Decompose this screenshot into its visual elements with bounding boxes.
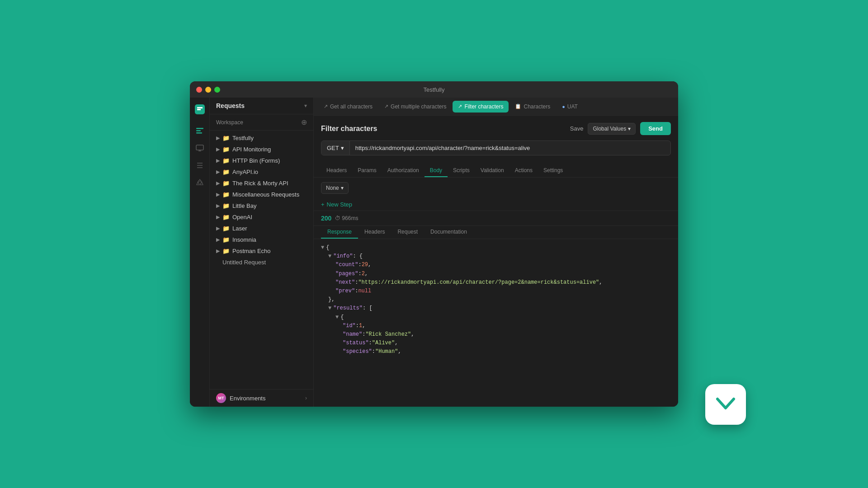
response-area: 200 ⏱ 966ms Response Headers Request Doc…	[314, 211, 678, 407]
none-label: None	[326, 185, 339, 191]
sub-tab-settings[interactable]: Settings	[538, 164, 568, 177]
chevron-down-icon: ▾	[341, 145, 344, 151]
request-title: Filter characters	[321, 125, 377, 133]
sidebar-item-label: Little Bay	[232, 202, 307, 209]
sidebar-item-misc[interactable]: ▶ 📁 Miscellaneous Reequests	[210, 189, 313, 200]
sidebar-item-anyapi[interactable]: ▶ 📁 AnyAPI.io	[210, 166, 313, 178]
sub-tab-actions[interactable]: Actions	[509, 164, 538, 177]
tab-icon: ↗	[458, 103, 462, 109]
folder-icon: 📁	[222, 214, 230, 221]
response-tab-documentation[interactable]: Documentation	[424, 226, 473, 239]
sidebar-item-label: OpenAI	[232, 214, 307, 221]
sidebar-item-label: Postman Echo	[232, 248, 307, 254]
chevron-down-icon[interactable]: ▾	[304, 103, 307, 109]
sidebar-item-laser[interactable]: ▶ 📁 Laser	[210, 223, 313, 234]
plus-icon: +	[321, 201, 325, 208]
workspace-row: Workspace ⊕	[210, 114, 313, 131]
logo-icon[interactable]	[193, 102, 207, 117]
sidebar-item-postman-echo[interactable]: ▶ 📁 Postman Echo	[210, 245, 313, 257]
sidebar-item-insomnia[interactable]: ▶ 📁 Insomnia	[210, 234, 313, 245]
chevron-right-icon: ▶	[216, 192, 220, 197]
sidebar-item-little-bay[interactable]: ▶ 📁 Little Bay	[210, 200, 313, 211]
chevron-right-icon: ▶	[216, 180, 220, 186]
collapse-icon[interactable]: ▼	[321, 244, 324, 252]
folder-icon: 📁	[222, 169, 230, 175]
response-tab-request[interactable]: Request	[391, 226, 424, 239]
sub-tab-headers[interactable]: Headers	[321, 164, 352, 177]
chevron-right-icon: ▶	[216, 248, 220, 254]
watermark-logo	[705, 384, 746, 425]
method-select[interactable]: GET ▾	[321, 141, 350, 155]
response-tab-headers[interactable]: Headers	[358, 226, 391, 239]
folder-icon: 📁	[222, 191, 230, 198]
tab-get-all-characters[interactable]: ↗ Get all characters	[318, 101, 378, 113]
sidebar-item-label: Untitled Request	[222, 259, 307, 266]
icon-rail	[190, 98, 210, 407]
sidebar-item-label: Insomnia	[232, 236, 307, 243]
sidebar-item-http-bin[interactable]: ▶ 📁 HTTP Bin (Forms)	[210, 155, 313, 166]
requests-icon[interactable]	[193, 124, 207, 138]
response-body[interactable]: ▼ { ▼ "info": { "count": 29, "pages": 2,	[314, 239, 678, 407]
global-values-button[interactable]: Global Values ▾	[588, 123, 636, 135]
folder-icon: 📁	[222, 157, 230, 164]
sub-tab-body[interactable]: Body	[425, 164, 448, 177]
environments-button[interactable]: MT Environments ›	[210, 389, 313, 407]
global-values-label: Global Values	[593, 126, 626, 132]
avatar-text: MT	[218, 396, 224, 400]
sub-tab-params[interactable]: Params	[352, 164, 382, 177]
svg-rect-5	[712, 391, 739, 418]
collapse-icon[interactable]: ▼	[335, 313, 339, 322]
maximize-button[interactable]	[214, 87, 220, 93]
titlebar: Testfully	[190, 81, 678, 98]
send-button[interactable]: Send	[640, 122, 671, 135]
sidebar-item-label: HTTP Bin (Forms)	[232, 157, 307, 164]
sidebar-item-label: Miscellaneous Reequests	[232, 191, 307, 198]
svg-rect-3	[196, 132, 202, 134]
close-button[interactable]	[196, 87, 202, 93]
add-workspace-button[interactable]: ⊕	[301, 118, 307, 127]
sidebar-item-untitled-request[interactable]: Untitled Request	[210, 257, 313, 268]
sidebar-item-rick-morty[interactable]: ▶ 📁 The Rick & Morty API	[210, 178, 313, 189]
chevron-right-icon: ▶	[216, 169, 220, 175]
sidebar-item-label: Laser	[232, 225, 307, 232]
chevron-right-icon: ▶	[216, 225, 220, 231]
none-dropdown[interactable]: None ▾	[321, 182, 349, 194]
sub-tab-validation[interactable]: Validation	[475, 164, 509, 177]
chevron-right-icon: ▶	[216, 237, 220, 243]
collection-icon[interactable]	[193, 158, 207, 173]
app-window: Testfully	[190, 81, 678, 407]
svg-rect-2	[196, 130, 201, 131]
svg-rect-1	[196, 128, 203, 129]
tab-label: Get all characters	[330, 103, 373, 110]
tab-label: Filter characters	[464, 103, 503, 110]
tab-icon: ↗	[324, 103, 328, 109]
url-input[interactable]	[350, 141, 670, 155]
status-code: 200	[321, 215, 331, 222]
sidebar-item-openai[interactable]: ▶ 📁 OpenAI	[210, 211, 313, 223]
response-tab-response[interactable]: Response	[321, 226, 358, 239]
sub-tab-authorization[interactable]: Authorization	[382, 164, 425, 177]
recycle-icon[interactable]	[193, 175, 207, 190]
url-bar: GET ▾	[321, 141, 671, 155]
tab-filter-characters[interactable]: ↗ Filter characters	[453, 101, 509, 113]
tab-get-multiple-characters[interactable]: ↗ Get multiple characters	[379, 101, 452, 113]
sub-tab-scripts[interactable]: Scripts	[448, 164, 475, 177]
sidebar-item-testfully[interactable]: ▶ 📁 Testfully	[210, 132, 313, 144]
chevron-right-icon: ▶	[216, 158, 220, 164]
minimize-button[interactable]	[205, 87, 211, 93]
collapse-icon[interactable]: ▼	[328, 304, 331, 313]
save-button[interactable]: Save	[570, 125, 584, 132]
folder-icon: 📁	[222, 248, 230, 254]
response-tabs: Response Headers Request Documentation	[314, 226, 678, 239]
collapse-icon[interactable]: ▼	[328, 252, 331, 261]
new-step-label: New Step	[327, 201, 352, 208]
tab-characters[interactable]: 📋 Characters	[509, 101, 556, 113]
sidebar: Requests ▾ Workspace ⊕ ▶ 📁 Testfully ▶ 📁	[210, 98, 314, 407]
new-step-button[interactable]: + New Step	[314, 198, 678, 211]
response-status-bar: 200 ⏱ 966ms	[314, 211, 678, 226]
monitor-icon[interactable]	[193, 141, 207, 155]
sidebar-item-api-monitoring[interactable]: ▶ 📁 API Monitoring	[210, 144, 313, 155]
method-label: GET	[327, 145, 339, 151]
tab-uat[interactable]: ● UAT	[557, 101, 583, 113]
folder-icon: 📁	[222, 236, 230, 243]
